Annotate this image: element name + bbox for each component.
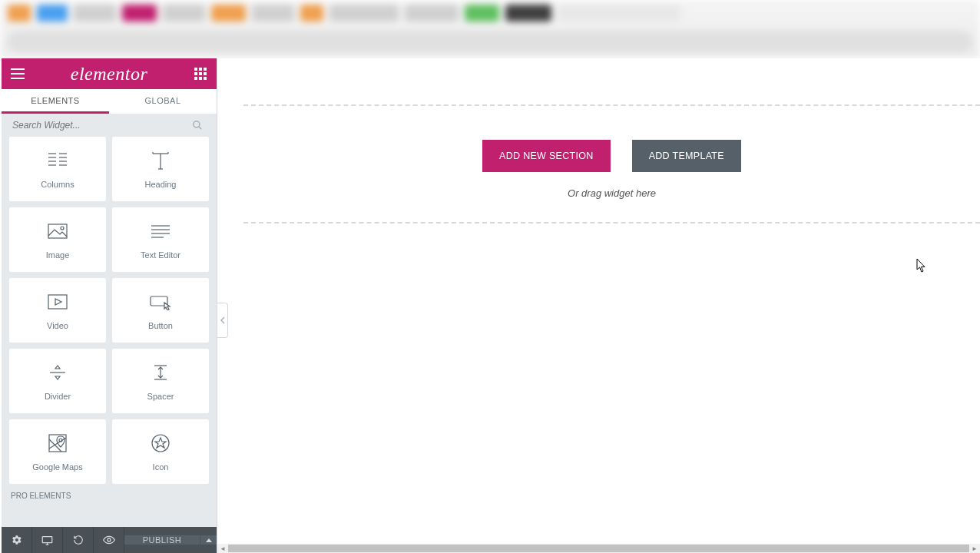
svg-rect-0	[11, 68, 25, 70]
widget-icon[interactable]: Icon	[112, 419, 209, 484]
widget-divider[interactable]: Divider	[9, 349, 106, 413]
history-icon	[73, 535, 84, 545]
search-row	[2, 114, 217, 137]
widget-label: Heading	[145, 180, 177, 189]
widget-label: Columns	[41, 180, 74, 189]
svg-rect-48	[42, 536, 52, 542]
scroll-thumb[interactable]	[228, 545, 969, 552]
widget-label: Icon	[153, 462, 169, 472]
apps-grid-icon	[194, 68, 207, 80]
widget-label: Text Editor	[141, 250, 180, 260]
tab-elements[interactable]: ELEMENTS	[2, 89, 109, 114]
app: elementor ELEMENTS GLOBAL	[2, 58, 980, 553]
add-new-section-button[interactable]: ADD NEW SECTION	[482, 140, 611, 172]
menu-button[interactable]	[9, 65, 26, 82]
image-icon	[47, 220, 68, 243]
gear-icon	[12, 535, 22, 545]
widget-heading[interactable]: Heading	[112, 137, 209, 201]
widget-label: Spacer	[147, 392, 174, 401]
brand-logo: elementor	[71, 64, 147, 84]
publish-button-group: PUBLISH	[124, 535, 217, 545]
category-pro-elements: PRO ELEMENTS	[9, 484, 209, 500]
scroll-track[interactable]	[228, 544, 969, 553]
svg-rect-4	[199, 68, 202, 71]
svg-point-28	[61, 227, 64, 230]
widgets-panel-button[interactable]	[192, 65, 209, 82]
drag-hint: Or drag widget here	[568, 187, 656, 199]
editor-canvas[interactable]: ADD NEW SECTION ADD TEMPLATE Or drag wid…	[217, 58, 980, 553]
chevron-left-icon	[220, 316, 225, 324]
add-template-button[interactable]: ADD TEMPLATE	[632, 140, 741, 172]
publish-button[interactable]: PUBLISH	[124, 535, 200, 545]
svg-rect-2	[11, 78, 25, 79]
new-section-dropzone[interactable]: ADD NEW SECTION ADD TEMPLATE Or drag wid…	[243, 104, 980, 224]
horizontal-scrollbar[interactable]: ◄ ►	[217, 544, 980, 553]
svg-rect-11	[204, 77, 207, 80]
widget-label: Google Maps	[32, 462, 82, 472]
widget-label: Button	[148, 321, 173, 330]
widget-video[interactable]: Video	[9, 278, 106, 343]
svg-marker-38	[55, 376, 60, 379]
widget-label: Divider	[45, 392, 71, 401]
svg-line-13	[199, 127, 201, 129]
preview-button[interactable]	[94, 527, 124, 553]
widget-button[interactable]: Button	[112, 278, 209, 343]
text-editor-icon	[150, 220, 171, 243]
svg-rect-33	[48, 295, 67, 309]
svg-rect-1	[11, 73, 25, 75]
responsive-button[interactable]	[32, 527, 63, 553]
svg-rect-9	[194, 77, 197, 80]
svg-marker-36	[55, 366, 60, 369]
eye-icon	[103, 535, 115, 545]
svg-point-45	[59, 439, 62, 442]
google-maps-icon	[48, 432, 68, 455]
divider-icon	[47, 361, 68, 384]
panel-footer: PUBLISH	[2, 527, 217, 553]
heading-icon	[150, 149, 171, 172]
svg-rect-7	[199, 72, 202, 75]
svg-point-12	[194, 121, 200, 127]
editor-panel: elementor ELEMENTS GLOBAL	[2, 58, 217, 553]
svg-marker-47	[155, 438, 166, 448]
columns-icon	[47, 149, 68, 172]
svg-rect-6	[194, 72, 197, 75]
svg-point-51	[108, 538, 111, 541]
spacer-icon	[150, 361, 171, 384]
widget-label: Image	[46, 250, 70, 260]
hamburger-icon	[11, 68, 25, 79]
tab-global[interactable]: GLOBAL	[109, 89, 217, 114]
cursor-icon	[916, 258, 927, 273]
svg-marker-34	[55, 299, 61, 305]
svg-rect-27	[48, 224, 67, 238]
svg-rect-3	[194, 68, 197, 71]
svg-rect-8	[204, 72, 207, 75]
desktop-icon	[41, 535, 53, 545]
svg-rect-10	[199, 77, 202, 80]
settings-button[interactable]	[2, 527, 32, 553]
widgets-list: Columns Heading	[2, 137, 217, 527]
history-button[interactable]	[63, 527, 94, 553]
button-icon	[149, 290, 172, 313]
widget-text-editor[interactable]: Text Editor	[112, 207, 209, 272]
search-input[interactable]	[12, 120, 206, 131]
widget-google-maps[interactable]: Google Maps	[9, 419, 106, 484]
collapse-panel-button[interactable]	[217, 303, 228, 338]
icon-icon	[151, 432, 171, 455]
panel-tabs: ELEMENTS GLOBAL	[2, 89, 217, 114]
widget-label: Video	[47, 321, 68, 330]
widget-spacer[interactable]: Spacer	[112, 349, 209, 413]
video-icon	[47, 290, 68, 313]
browser-chrome-blurred	[0, 0, 980, 58]
widget-image[interactable]: Image	[9, 207, 106, 272]
publish-options-button[interactable]	[200, 535, 217, 545]
caret-up-icon	[206, 538, 212, 542]
widget-columns[interactable]: Columns	[9, 137, 106, 201]
scroll-left-button[interactable]: ◄	[217, 544, 228, 553]
panel-header: elementor	[2, 58, 217, 89]
svg-marker-52	[206, 538, 212, 542]
scroll-right-button[interactable]: ►	[969, 544, 980, 553]
svg-rect-5	[204, 68, 207, 71]
search-icon	[192, 120, 203, 131]
